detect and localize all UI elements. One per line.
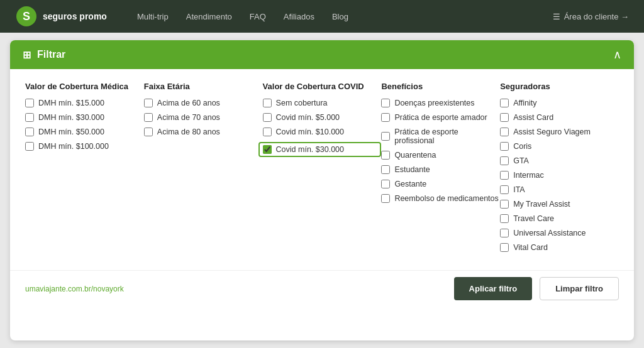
checkbox-dmh-30000[interactable]: DMH mín. $30.000	[25, 113, 144, 122]
checkbox-travel-care-input[interactable]	[500, 214, 509, 223]
checkbox-dmh-30000-input[interactable]	[25, 113, 34, 122]
checkbox-dmh-15000-label: DMH mín. $15.000	[38, 99, 104, 107]
checkbox-70anos-input[interactable]	[144, 113, 153, 122]
checkbox-quarentena-label: Quarentena	[394, 151, 436, 160]
checkbox-dmh-100000-input[interactable]	[25, 142, 34, 151]
checkbox-esporte-amador-input[interactable]	[381, 113, 390, 122]
checkbox-affinity[interactable]: Affinity	[500, 99, 619, 107]
checkbox-80anos[interactable]: Acima de 80 anos	[144, 128, 263, 136]
checkbox-my-travel-assist-input[interactable]	[500, 200, 509, 209]
nav-faq[interactable]: FAQ	[250, 12, 266, 21]
checkbox-universal-assistance[interactable]: Universal Assistance	[500, 229, 619, 237]
checkbox-dmh-100000[interactable]: DMH mín. $100.000	[25, 142, 144, 151]
checkbox-vital-card[interactable]: Vital Card	[500, 243, 619, 252]
checkbox-quarentena[interactable]: Quarentena	[381, 151, 500, 160]
checkbox-coris-input[interactable]	[500, 142, 509, 151]
filter-icon: ⊞	[23, 49, 31, 61]
area-cliente-button[interactable]: ☰ Área do cliente →	[553, 12, 629, 21]
checkbox-ita-input[interactable]	[500, 185, 509, 194]
checkbox-gestante[interactable]: Gestante	[381, 180, 500, 188]
checkbox-80anos-input[interactable]	[144, 128, 153, 136]
col-title-faixa-etaria: Faixa Etária	[144, 82, 263, 91]
checkbox-universal-assistance-input[interactable]	[500, 229, 509, 237]
checkbox-reembolso-input[interactable]	[381, 194, 390, 203]
checkbox-dmh-15000-input[interactable]	[25, 99, 34, 107]
checkbox-doencas[interactable]: Doenças preexistentes	[381, 99, 500, 107]
clear-filter-button[interactable]: Limpar filtro	[540, 277, 619, 300]
checkbox-covid-10000-input[interactable]	[263, 128, 272, 136]
nav-afiliados[interactable]: Afiliados	[284, 12, 314, 21]
checkbox-esporte-profissional[interactable]: Prática de esporte profissional	[381, 128, 500, 145]
checkbox-assist-card[interactable]: Assist Card	[500, 113, 619, 122]
checkbox-covid-5000-input[interactable]	[263, 113, 272, 122]
checkbox-quarentena-input[interactable]	[381, 151, 390, 160]
checkbox-dmh-50000[interactable]: DMH mín. $50.000	[25, 128, 144, 136]
checkbox-doencas-input[interactable]	[381, 99, 390, 107]
checkbox-estudante-label: Estudante	[394, 165, 430, 174]
checkbox-vital-card-input[interactable]	[500, 243, 509, 252]
checkbox-covid-5000[interactable]: Covid mín. $5.000	[263, 113, 382, 122]
chevron-up-icon: ∧	[613, 48, 621, 62]
checkbox-my-travel-assist[interactable]: My Travel Assist	[500, 200, 619, 209]
checkbox-80anos-label: Acima de 80 anos	[157, 128, 220, 136]
checkbox-covid-30000[interactable]: Covid mín. $30.000	[258, 142, 382, 157]
checkbox-covid-30000-label: Covid mín. $30.000	[276, 145, 344, 154]
navbar: S seguros promo Multi-trip Atendimento F…	[0, 0, 644, 33]
checkbox-intermac-label: Intermac	[513, 171, 544, 180]
nav-blog[interactable]: Blog	[332, 12, 348, 21]
checkbox-travel-care[interactable]: Travel Care	[500, 214, 619, 223]
checkbox-gta-input[interactable]	[500, 156, 509, 165]
checkbox-ita[interactable]: ITA	[500, 185, 619, 194]
filter-title: Filtrar	[37, 49, 65, 60]
logo-text: seguros promo	[43, 11, 107, 21]
checkbox-70anos[interactable]: Acima de 70 anos	[144, 113, 263, 122]
nav-atendimento[interactable]: Atendimento	[186, 12, 232, 21]
checkbox-assist-card-label: Assist Card	[513, 113, 553, 122]
checkbox-assist-seguro-viagem-input[interactable]	[500, 128, 509, 136]
col-title-cobertura-covid: Valor de Cobertura COVID	[263, 82, 382, 91]
logo[interactable]: S seguros promo	[15, 5, 107, 28]
checkbox-dmh-50000-input[interactable]	[25, 128, 34, 136]
checkbox-esporte-profissional-input[interactable]	[381, 132, 390, 141]
filter-col-cobertura-medica: Valor de Cobertura Médica DMH mín. $15.0…	[25, 82, 144, 258]
col-title-beneficios: Benefícios	[381, 82, 500, 91]
apply-filter-button[interactable]: Aplicar filtro	[454, 277, 533, 300]
checkbox-intermac[interactable]: Intermac	[500, 171, 619, 180]
checkbox-assist-card-input[interactable]	[500, 113, 509, 122]
checkbox-dmh-50000-label: DMH mín. $50.000	[38, 128, 104, 136]
checkbox-esporte-amador-label: Prática de esporte amador	[394, 113, 487, 122]
checkbox-travel-care-label: Travel Care	[513, 214, 554, 223]
checkbox-dmh-15000[interactable]: DMH mín. $15.000	[25, 99, 144, 107]
footer-url-plain: umaviajante.com.br/	[25, 285, 93, 293]
checkbox-estudante-input[interactable]	[381, 165, 390, 174]
checkbox-gta[interactable]: GTA	[500, 156, 619, 165]
filter-header-left: ⊞ Filtrar	[23, 49, 65, 61]
checkbox-esporte-profissional-label: Prática de esporte profissional	[394, 128, 500, 145]
checkbox-intermac-input[interactable]	[500, 171, 509, 180]
checkbox-dmh-100000-label: DMH mín. $100.000	[38, 142, 109, 151]
checkbox-coris[interactable]: Coris	[500, 142, 619, 151]
checkbox-doencas-label: Doenças preexistentes	[394, 99, 474, 107]
checkbox-covid-5000-label: Covid mín. $5.000	[276, 113, 340, 122]
checkbox-assist-seguro-viagem[interactable]: Assist Seguro Viagem	[500, 128, 619, 136]
filter-body: Valor de Cobertura Médica DMH mín. $15.0…	[10, 69, 634, 268]
checkbox-estudante[interactable]: Estudante	[381, 165, 500, 174]
checkbox-gestante-input[interactable]	[381, 180, 390, 188]
checkbox-covid-10000[interactable]: Covid mín. $10.000	[263, 128, 382, 136]
checkbox-sem-cobertura-input[interactable]	[263, 99, 272, 107]
checkbox-reembolso-label: Reembolso de medicamentos	[394, 194, 498, 203]
nav-multitrip[interactable]: Multi-trip	[137, 12, 169, 21]
checkbox-affinity-input[interactable]	[500, 99, 509, 107]
checkbox-60anos-input[interactable]	[144, 99, 153, 107]
filter-footer: umaviajante.com.br/novayork Aplicar filt…	[10, 270, 634, 309]
checkbox-sem-cobertura[interactable]: Sem cobertura	[263, 99, 382, 107]
checkbox-60anos[interactable]: Acima de 60 anos	[144, 99, 263, 107]
checkbox-reembolso[interactable]: Reembolso de medicamentos	[381, 194, 500, 203]
checkbox-esporte-amador[interactable]: Prática de esporte amador	[381, 113, 500, 122]
checkbox-universal-assistance-label: Universal Assistance	[513, 229, 586, 237]
checkbox-covid-30000-input[interactable]	[263, 145, 272, 154]
checkbox-vital-card-label: Vital Card	[513, 243, 548, 252]
filter-header[interactable]: ⊞ Filtrar ∧	[10, 40, 634, 69]
svg-text:S: S	[23, 10, 30, 23]
footer-buttons: Aplicar filtro Limpar filtro	[454, 277, 619, 300]
